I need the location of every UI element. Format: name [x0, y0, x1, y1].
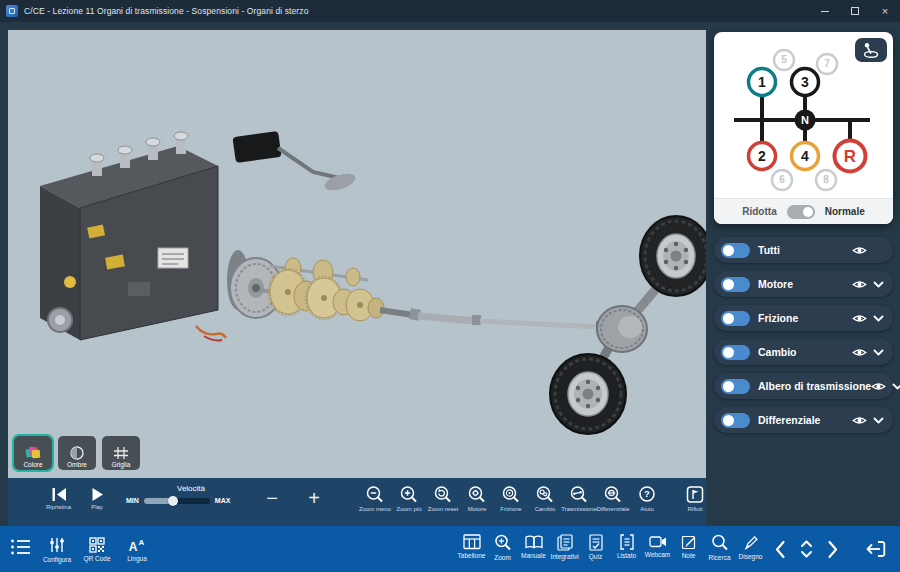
eye-icon [852, 279, 867, 290]
eye-button[interactable] [852, 347, 867, 358]
view-mode-buttons: Colore Ombre Griglia [14, 436, 140, 470]
quiz-button[interactable]: Quiz [580, 534, 611, 561]
zoom-trasmissione-button[interactable]: Trasmissione [562, 485, 596, 512]
3d-scene[interactable] [8, 30, 706, 478]
window-title: C/CE - Lezione 11 Organi di trasmissione… [24, 6, 308, 16]
layer-row-frizione[interactable]: Frizione [714, 305, 893, 331]
zoom-gearbox-icon [535, 485, 555, 504]
eye-icon [852, 245, 867, 256]
play-button[interactable]: Play [90, 487, 104, 510]
manuale-button[interactable]: Manuale [518, 534, 549, 561]
gearbox-model[interactable] [260, 258, 384, 321]
layer-row-tutti[interactable]: Tutti [714, 237, 893, 263]
griglia-button[interactable]: Griglia [102, 436, 140, 470]
ombre-button[interactable]: Ombre [58, 436, 96, 470]
integrativi-button[interactable]: Integrativi [549, 534, 580, 561]
svg-text:4: 4 [801, 148, 809, 164]
eye-button[interactable] [852, 313, 867, 324]
eye-button[interactable] [852, 245, 867, 256]
zoom-engine-icon [467, 485, 487, 504]
disegno-button[interactable]: Disegno [735, 534, 766, 561]
plus-button[interactable]: + [302, 486, 326, 510]
chevron-down-button[interactable] [873, 417, 884, 424]
zoom-tool-button[interactable]: Zoom [487, 534, 518, 561]
exit-button[interactable] [864, 539, 887, 563]
taskbar: Configura QR Code A A Lingua [0, 526, 900, 572]
colore-button[interactable]: Colore [14, 436, 52, 470]
configura-button[interactable]: Configura [42, 536, 72, 563]
prev-button[interactable] [774, 540, 786, 563]
chevron-down-button[interactable] [873, 281, 884, 288]
layer-row-differenziale[interactable]: Differenziale [714, 407, 893, 433]
wheel-rear-model[interactable] [640, 216, 706, 296]
gear-5-button[interactable]: 5 [774, 50, 794, 70]
layer-row-cambio[interactable]: Cambio [714, 339, 893, 365]
aiuto-button[interactable]: ? Aiuto [630, 485, 664, 512]
gear-3-button[interactable]: 3 [792, 69, 819, 96]
slider-knob[interactable] [168, 496, 178, 506]
svg-text:?: ? [644, 488, 650, 499]
svg-text:N: N [801, 114, 809, 126]
zoom-differenziale-button[interactable]: Differenziale [596, 485, 630, 512]
zoom-cambio-button[interactable]: Cambio [528, 485, 562, 512]
webcam-button[interactable]: Webcam [642, 534, 673, 561]
layer-toggle[interactable] [721, 311, 750, 326]
lingua-button[interactable]: A A Lingua [122, 537, 152, 562]
max-label: MAX [215, 497, 231, 504]
rifiuti-button[interactable]: Rifiuti [678, 485, 712, 512]
gearshift-diagram: 5 7 6 8 1 3 N 2 [714, 44, 893, 196]
gear-6-button[interactable]: 6 [772, 170, 792, 190]
layer-row-albero[interactable]: Albero di trasmissione [714, 373, 893, 399]
tabellone-button[interactable]: Tabellone [456, 534, 487, 561]
gear-1-button[interactable]: 1 [749, 69, 776, 96]
gear-n-button[interactable]: N [795, 110, 816, 131]
minimize-button[interactable] [810, 0, 840, 22]
zoom-frizione-button[interactable]: Frizione [494, 485, 528, 512]
3d-viewport[interactable]: Colore Ombre Griglia [8, 30, 706, 478]
shadow-icon [69, 446, 85, 460]
layer-toggle[interactable] [721, 243, 750, 258]
chevron-down-button[interactable] [873, 315, 884, 322]
zoom-out-button[interactable]: Zoom meno [358, 485, 392, 512]
language-icon: A A [128, 537, 146, 553]
gear-7-button[interactable]: 7 [817, 54, 837, 74]
eye-icon [852, 415, 867, 426]
minus-button[interactable]: − [260, 486, 284, 510]
menu-button[interactable] [10, 538, 32, 560]
layer-row-motore[interactable]: Motore [714, 271, 893, 297]
gear-4-button[interactable]: 4 [792, 143, 819, 170]
eye-button[interactable] [852, 415, 867, 426]
wheel-front-model[interactable] [550, 354, 626, 434]
zoom-motore-button[interactable]: Motore [460, 485, 494, 512]
ricerca-button[interactable]: Ricerca [704, 534, 735, 561]
layer-toggle[interactable] [721, 345, 750, 360]
next-button[interactable] [827, 540, 839, 563]
layer-toggle[interactable] [721, 277, 750, 292]
play-icon [90, 487, 104, 502]
layer-toggle[interactable] [721, 413, 750, 428]
gear-r-button[interactable]: R [835, 141, 866, 172]
gear-2-button[interactable]: 2 [749, 143, 776, 170]
zoom-in-button[interactable]: Zoom più [392, 485, 426, 512]
ripristina-button[interactable]: Ripristina [46, 487, 71, 510]
speed-slider[interactable] [144, 498, 210, 504]
eye-button[interactable] [852, 279, 867, 290]
close-button[interactable]: × [870, 0, 900, 22]
driveshaft-model[interactable] [380, 308, 606, 332]
layer-label: Tutti [758, 244, 780, 256]
layer-toggle[interactable] [721, 379, 750, 394]
range-toggle[interactable] [787, 205, 815, 219]
note-button[interactable]: Note [673, 534, 704, 561]
expand-collapse-button[interactable] [799, 539, 814, 563]
gear-8-button[interactable]: 8 [816, 170, 836, 190]
speed-control: Velocità MIN MAX [126, 484, 256, 504]
eye-button[interactable] [871, 381, 886, 392]
zoom-reset-button[interactable]: Zoom reset [426, 485, 460, 512]
chevron-down-icon [873, 349, 884, 356]
chevron-down-button[interactable] [892, 383, 900, 390]
maximize-button[interactable] [840, 0, 870, 22]
exit-arrow-icon [864, 539, 887, 559]
chevron-down-button[interactable] [873, 349, 884, 356]
listato-button[interactable]: Listato [611, 534, 642, 561]
qr-code-button[interactable]: QR Code [82, 537, 112, 562]
